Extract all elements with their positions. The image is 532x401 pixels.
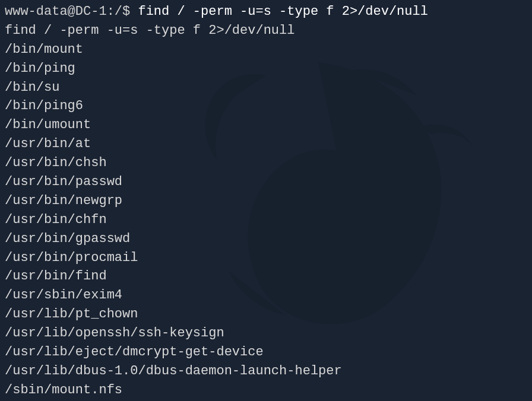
output-line: /bin/umount [5,116,527,135]
output-line: /usr/lib/eject/dmcrypt-get-device [5,343,527,362]
output-line: /usr/bin/newgrp [5,192,527,211]
output-line: /sbin/mount.nfs [5,381,527,400]
command-echo: find / -perm -u=s -type f 2>/dev/null [5,21,527,40]
command-text: find / -perm -u=s -type f 2>/dev/null [138,4,428,19]
prompt-line[interactable]: www-data@DC-1:/$ find / -perm -u=s -type… [5,2,527,21]
output-line: /usr/lib/pt_chown [5,305,527,324]
terminal-output[interactable]: www-data@DC-1:/$ find / -perm -u=s -type… [5,2,527,400]
output-line: /usr/bin/passwd [5,173,527,192]
output-line: /usr/lib/openssh/ssh-keysign [5,324,527,343]
output-line: /usr/bin/procmail [5,249,527,268]
output-line: /bin/ping6 [5,97,527,116]
output-line: /bin/ping [5,59,527,78]
output-line: /usr/bin/find [5,267,527,286]
output-line: /usr/sbin/exim4 [5,286,527,305]
output-line: /usr/bin/at [5,135,527,154]
output-line: /usr/bin/gpasswd [5,230,527,249]
shell-prompt: www-data@DC-1:/$ [5,4,138,19]
output-line: /usr/bin/chsh [5,154,527,173]
output-line: /usr/bin/chfn [5,211,527,230]
output-line: /bin/su [5,78,527,97]
output-line: /usr/lib/dbus-1.0/dbus-daemon-launch-hel… [5,362,527,381]
output-line: /bin/mount [5,40,527,59]
